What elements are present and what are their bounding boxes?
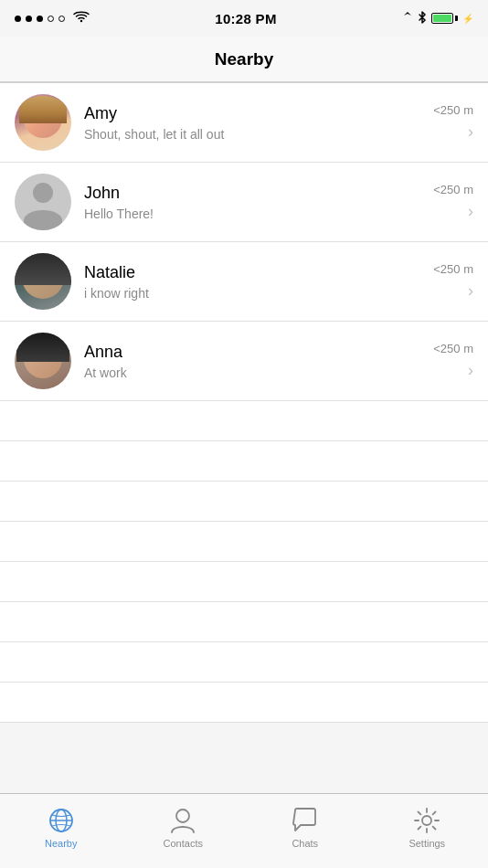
item-distance: <250 m: [433, 342, 473, 355]
chevron-right-icon: ›: [468, 122, 473, 142]
item-status: At work: [84, 365, 424, 380]
settings-icon: [413, 807, 440, 834]
signal-dot-3: [37, 16, 43, 22]
navigation-bar: Nearby: [0, 37, 488, 82]
item-info: John Hello There!: [84, 184, 424, 221]
signal-dot-5: [58, 16, 65, 22]
chats-icon: [292, 807, 319, 834]
item-meta: <250 m ›: [433, 183, 473, 221]
item-name: John: [84, 184, 424, 203]
avatar: [15, 253, 71, 310]
contacts-icon: [169, 807, 196, 834]
tab-nearby[interactable]: Nearby: [0, 794, 122, 868]
empty-row: [0, 683, 488, 723]
item-info: Natalie i know right: [84, 263, 424, 301]
signal-dot-2: [26, 16, 32, 22]
list-item[interactable]: Natalie i know right <250 m ›: [0, 242, 488, 322]
status-time: 10:28 PM: [215, 11, 276, 26]
item-name: Amy: [84, 104, 424, 123]
item-meta: <250 m ›: [433, 262, 473, 301]
nearby-list: Amy Shout, shout, let it all out <250 m …: [0, 82, 488, 723]
item-meta: <250 m ›: [433, 103, 473, 142]
item-name: Natalie: [84, 263, 424, 282]
empty-row: [0, 401, 488, 441]
tab-contacts-label: Contacts: [164, 838, 203, 849]
item-distance: <250 m: [433, 103, 473, 117]
item-status: Shout, shout, let it all out: [84, 127, 424, 142]
item-distance: <250 m: [433, 262, 473, 276]
signal-dot-1: [15, 16, 21, 22]
empty-row: [0, 602, 488, 642]
chevron-right-icon: ›: [468, 361, 473, 380]
wifi-icon: [73, 11, 90, 26]
battery-indicator: [431, 13, 458, 24]
tab-chats[interactable]: Chats: [244, 794, 366, 868]
avatar: [15, 94, 71, 151]
empty-row: [0, 562, 488, 602]
item-info: Amy Shout, shout, let it all out: [84, 104, 424, 142]
status-bar: 10:28 PM ⚡: [0, 0, 488, 37]
item-status: i know right: [84, 286, 424, 301]
page-title: Nearby: [215, 49, 273, 69]
tab-settings[interactable]: Settings: [366, 794, 489, 868]
empty-row: [0, 482, 488, 522]
tab-nearby-label: Nearby: [45, 838, 77, 849]
empty-row: [0, 642, 488, 683]
item-info: Anna At work: [84, 343, 424, 380]
list-item[interactable]: Anna At work <250 m ›: [0, 322, 488, 401]
svg-point-3: [176, 810, 189, 822]
tab-settings-label: Settings: [408, 838, 445, 849]
chevron-right-icon: ›: [468, 202, 473, 221]
item-name: Anna: [84, 343, 424, 362]
svg-point-4: [422, 816, 431, 825]
item-distance: <250 m: [433, 183, 473, 196]
status-right-icons: ⚡: [402, 11, 473, 26]
avatar: [15, 333, 71, 389]
signal-dot-4: [48, 16, 54, 22]
empty-row: [0, 441, 488, 482]
empty-row: [0, 522, 488, 562]
list-item[interactable]: John Hello There! <250 m ›: [0, 163, 488, 242]
tab-contacts[interactable]: Contacts: [122, 794, 245, 868]
item-meta: <250 m ›: [433, 342, 473, 380]
item-status: Hello There!: [84, 206, 424, 221]
location-icon: [402, 11, 413, 26]
tab-bar: Nearby Contacts Chats Settings: [0, 793, 488, 868]
tab-chats-label: Chats: [292, 838, 318, 849]
chevron-right-icon: ›: [468, 281, 473, 301]
signal-area: [15, 11, 90, 26]
nearby-icon: [48, 807, 75, 834]
avatar: [15, 174, 71, 230]
charging-icon: ⚡: [462, 14, 473, 24]
bluetooth-icon: [418, 11, 427, 26]
list-item[interactable]: Amy Shout, shout, let it all out <250 m …: [0, 83, 488, 163]
